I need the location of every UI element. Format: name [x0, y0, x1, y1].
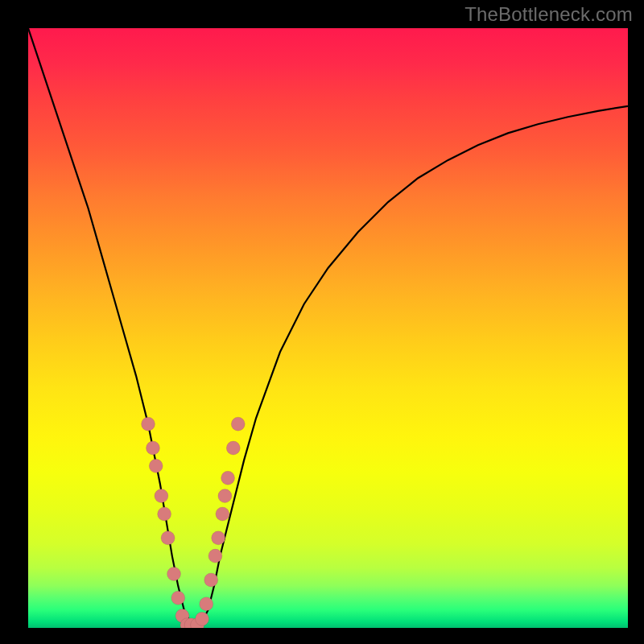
data-marker — [149, 459, 163, 473]
data-marker — [218, 489, 232, 503]
plot-area — [28, 28, 628, 628]
data-marker — [208, 549, 222, 563]
data-marker — [216, 507, 229, 521]
watermark-text: TheBottleneck.com — [464, 3, 633, 26]
data-marker — [200, 597, 213, 611]
data-marker — [161, 531, 175, 545]
data-marker — [158, 507, 171, 521]
data-marker — [204, 573, 218, 587]
data-marker — [221, 471, 235, 485]
data-marker — [212, 531, 225, 545]
data-marker — [226, 441, 240, 455]
chart-stage: TheBottleneck.com — [0, 0, 644, 644]
data-marker — [196, 612, 209, 625]
data-marker — [167, 567, 181, 580]
data-marker — [231, 417, 245, 431]
bottleneck-curve — [28, 28, 628, 628]
data-marker — [142, 417, 155, 431]
marker-group — [142, 417, 246, 628]
data-marker — [146, 441, 159, 455]
curve-svg — [28, 28, 628, 628]
data-marker — [171, 591, 185, 605]
data-marker — [155, 489, 168, 503]
